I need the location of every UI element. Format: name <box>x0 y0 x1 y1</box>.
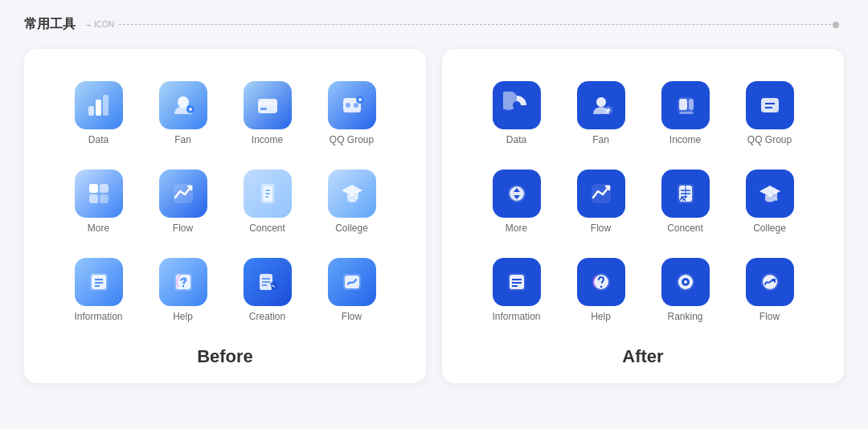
after-item-ranking[interactable]: Ranking <box>643 250 727 330</box>
svg-point-68 <box>774 198 777 201</box>
after-icon-grid: Data Fan <box>474 73 812 330</box>
before-flowb-icon <box>328 258 376 306</box>
after-information-label: Information <box>492 311 540 322</box>
svg-rect-19 <box>100 194 108 203</box>
svg-rect-9 <box>260 108 267 110</box>
after-information-icon <box>493 258 541 306</box>
after-item-fan[interactable]: Fan <box>559 73 643 153</box>
after-income-icon <box>661 81 710 129</box>
after-concent-icon <box>661 170 710 218</box>
after-flow-label: Flow <box>591 223 611 234</box>
after-qqgroup-icon <box>746 81 794 129</box>
after-item-qqgroup[interactable]: QQ Group <box>727 73 812 153</box>
before-fan-icon <box>159 81 207 129</box>
after-panel-label: After <box>474 346 812 367</box>
svg-rect-29 <box>92 275 106 289</box>
after-help-label: Help <box>591 311 611 322</box>
before-help-icon <box>159 258 207 306</box>
svg-rect-7 <box>258 99 277 113</box>
svg-rect-2 <box>103 95 108 116</box>
svg-rect-17 <box>100 184 108 193</box>
after-flowa-label: Flow <box>760 311 780 322</box>
before-creation-label: Creation <box>249 311 285 322</box>
after-fan-icon <box>577 81 625 129</box>
before-item-qqgroup[interactable]: QQ Group <box>309 73 394 153</box>
svg-rect-50 <box>679 99 687 110</box>
page-header: 常用工具 → ICON <box>24 16 844 33</box>
after-panel: Data Fan <box>442 49 844 383</box>
before-college-icon <box>328 170 376 218</box>
svg-point-11 <box>346 103 350 108</box>
svg-point-12 <box>354 103 358 108</box>
after-item-college[interactable]: College <box>727 161 812 242</box>
before-item-information[interactable]: Information <box>56 250 141 330</box>
before-flow-label: Flow <box>173 223 193 234</box>
after-fan-label: Fan <box>592 134 609 145</box>
after-help-icon <box>577 258 625 306</box>
before-information-icon <box>75 258 123 306</box>
after-income-label: Income <box>669 134 701 145</box>
after-item-income[interactable]: Income <box>643 73 727 153</box>
svg-point-35 <box>182 285 183 287</box>
after-ranking-icon <box>661 258 710 306</box>
after-more-icon <box>493 170 541 218</box>
svg-rect-8 <box>258 102 277 105</box>
svg-point-45 <box>596 97 606 107</box>
before-qqgroup-icon <box>328 81 376 129</box>
after-data-icon <box>493 81 541 129</box>
svg-rect-51 <box>689 99 694 110</box>
before-flow-icon <box>159 170 207 218</box>
before-item-fan[interactable]: Fan <box>141 73 225 153</box>
after-concent-label: Concent <box>667 223 703 234</box>
page-title: 常用工具 <box>24 16 76 33</box>
svg-rect-0 <box>88 106 94 116</box>
after-item-data[interactable]: Data <box>474 73 559 153</box>
after-item-information[interactable]: Information <box>474 250 559 330</box>
svg-rect-18 <box>89 194 98 203</box>
before-item-creation[interactable]: Creation <box>225 250 309 330</box>
svg-point-3 <box>178 96 189 108</box>
before-item-flowb[interactable]: Flow <box>309 250 394 330</box>
before-item-flow[interactable]: Flow <box>141 161 225 242</box>
before-panel-label: Before <box>56 346 394 367</box>
header-divider <box>119 24 839 25</box>
after-item-flow[interactable]: Flow <box>559 161 643 242</box>
before-information-label: Information <box>74 311 122 322</box>
before-data-icon <box>75 81 123 129</box>
before-more-icon <box>75 170 123 218</box>
after-item-concent[interactable]: Concent <box>643 161 727 242</box>
before-item-college[interactable]: College <box>309 161 394 242</box>
before-help-label: Help <box>173 311 193 322</box>
svg-point-44 <box>513 101 521 109</box>
after-ranking-label: Ranking <box>667 311 702 322</box>
after-item-more[interactable]: More <box>474 161 559 242</box>
before-income-icon <box>244 81 292 129</box>
after-item-help[interactable]: Help <box>559 250 643 330</box>
svg-rect-67 <box>775 191 777 198</box>
before-item-more[interactable]: More <box>56 161 141 242</box>
before-concent-label: Concent <box>249 223 285 234</box>
before-concent-icon <box>244 170 292 218</box>
after-item-flowa[interactable]: Flow <box>727 250 812 330</box>
before-icon-grid: Data Fan <box>56 73 394 330</box>
svg-marker-66 <box>760 186 780 197</box>
before-creation-icon <box>244 258 292 306</box>
before-item-data[interactable]: Data <box>56 73 141 153</box>
svg-rect-1 <box>96 100 101 116</box>
before-income-label: Income <box>252 134 283 145</box>
before-more-label: More <box>88 223 109 234</box>
svg-point-80 <box>684 280 687 284</box>
after-data-label: Data <box>506 134 526 145</box>
before-item-concent[interactable]: Concent <box>225 161 309 242</box>
svg-marker-26 <box>342 185 362 196</box>
before-item-income[interactable]: Income <box>225 73 309 153</box>
header-subtitle: → ICON <box>84 20 114 30</box>
after-qqgroup-label: QQ Group <box>747 134 792 145</box>
before-fan-label: Fan <box>174 134 191 145</box>
before-data-label: Data <box>88 134 108 145</box>
before-item-help[interactable]: Help <box>141 250 225 330</box>
before-college-label: College <box>335 223 368 234</box>
before-panel: Data Fan <box>24 49 426 383</box>
svg-rect-52 <box>679 112 694 114</box>
svg-rect-53 <box>761 98 779 112</box>
